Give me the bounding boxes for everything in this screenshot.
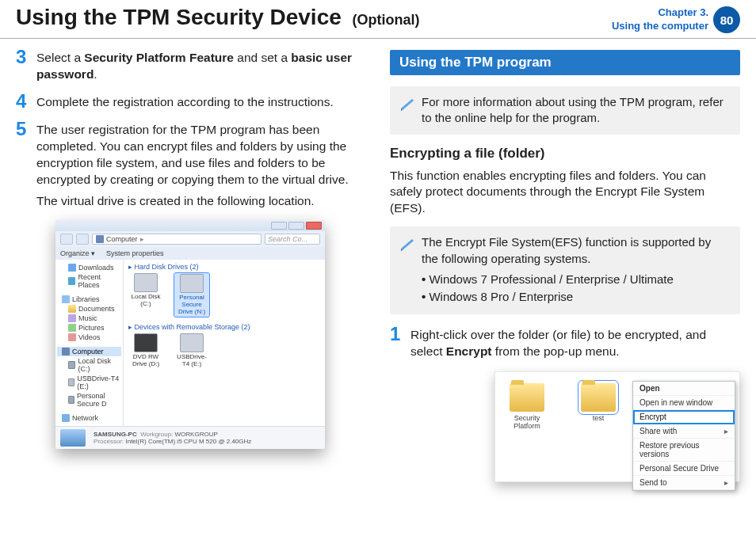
nav-pictures[interactable]: Pictures xyxy=(57,323,121,333)
content-pane: ▸ Hard Disk Drives (2) Local Disk (C:) P… xyxy=(124,260,325,426)
search-input[interactable]: Search Co... xyxy=(265,234,320,245)
step-3-text: Select a Security Platform Feature and s… xyxy=(36,50,365,83)
forward-button[interactable] xyxy=(76,234,89,245)
menu-send-to[interactable]: Send to▸ xyxy=(633,476,735,490)
menu-restore-previous[interactable]: Restore previous versions xyxy=(633,439,735,462)
nav-videos[interactable]: Videos xyxy=(57,333,121,342)
nav-documents[interactable]: Documents xyxy=(57,304,121,314)
back-button[interactable] xyxy=(60,234,73,245)
step-5-p2: The virtual drive is created in the foll… xyxy=(36,193,365,210)
libraries-icon xyxy=(62,295,70,303)
nav-recent[interactable]: Recent Places xyxy=(57,272,121,290)
hdd-icon xyxy=(68,361,75,369)
explorer-screenshot: Computer ▸ Search Co... Organize ▾ Syste… xyxy=(55,220,325,449)
toolbar: Organize ▾ System properties xyxy=(55,247,325,260)
documents-icon xyxy=(68,305,76,313)
drive-usb[interactable]: USBDrive-T4 (E:) xyxy=(174,333,209,368)
chapter-line-2: Using the computer xyxy=(612,20,708,33)
step-1-number: 1 xyxy=(390,325,403,360)
nav-libraries[interactable]: Libraries xyxy=(57,295,121,304)
menu-open-new-window[interactable]: Open in new window xyxy=(633,396,735,410)
step-4-text: Complete the registration according to t… xyxy=(36,94,365,111)
computer-thumb-icon xyxy=(60,429,86,447)
usb-drive-icon xyxy=(180,333,204,352)
note-icon xyxy=(399,236,415,252)
chevron-right-icon: ▸ xyxy=(724,427,728,435)
dvd-icon xyxy=(134,333,158,352)
folder-icon xyxy=(510,383,544,412)
toolbar-system-properties[interactable]: System properties xyxy=(106,249,164,257)
os-item-2: Windows 8 Pro / Enterprise xyxy=(422,289,731,305)
subhead-para: This function enables encrypting files a… xyxy=(390,168,740,218)
page-number-badge: 80 xyxy=(713,6,740,33)
nav-network[interactable]: Network xyxy=(57,413,121,423)
subhead-encrypting: Encrypting a file (folder) xyxy=(390,146,740,162)
pictures-icon xyxy=(68,324,76,332)
chapter-label: Chapter 3. Using the computer xyxy=(612,6,708,33)
os-item-1: Windows 7 Professional / Enterprise / Ul… xyxy=(422,272,731,287)
nav-downloads[interactable]: Downloads xyxy=(57,263,121,272)
info-note-1: For more information about using the TPM… xyxy=(390,86,740,135)
computer-icon xyxy=(96,235,104,243)
step-4: 4 Complete the registration according to… xyxy=(16,94,365,111)
section-hdd: ▸ Hard Disk Drives (2) xyxy=(128,263,320,271)
psd-drive-icon xyxy=(180,274,204,293)
status-bar: SAMSUNG-PC Workgroup: WORKGROUP Processo… xyxy=(55,426,325,449)
downloads-icon xyxy=(68,264,76,272)
drive-local-c[interactable]: Local Disk (C:) xyxy=(128,273,163,316)
usb-icon xyxy=(68,378,74,386)
toolbar-organize[interactable]: Organize ▾ xyxy=(60,249,95,257)
note-icon xyxy=(399,96,415,112)
chevron-right-icon: ▸ xyxy=(724,478,728,487)
breadcrumb[interactable]: Computer ▸ xyxy=(92,234,262,245)
step-5-number: 5 xyxy=(16,120,29,210)
drive-personal-secure[interactable]: Personal Secure Drive (N:) xyxy=(174,273,209,316)
pc-name: SAMSUNG-PC xyxy=(94,431,137,438)
info-note-2-lead: The Encrypt File System(EFS) function is… xyxy=(422,234,731,267)
title-suffix: (Optional) xyxy=(353,12,420,28)
nav-pane: Downloads Recent Places Libraries Docume… xyxy=(55,260,124,426)
step-5: 5 The user registration for the TPM prog… xyxy=(16,122,365,210)
nav-local-c[interactable]: Local Disk (C:) xyxy=(57,356,121,374)
nav-psd[interactable]: Personal Secure D xyxy=(57,391,121,409)
page-title: Using the TPM Security Device (Optional) xyxy=(16,5,612,30)
menu-open[interactable]: Open xyxy=(633,382,735,396)
step-4-number: 4 xyxy=(16,92,29,111)
videos-icon xyxy=(68,333,76,341)
step-1-text: Right-click over the folder (or file) to… xyxy=(410,327,740,360)
address-bar: Computer ▸ Search Co... xyxy=(55,231,325,247)
maximize-button[interactable] xyxy=(288,222,304,230)
window-titlebar xyxy=(55,220,325,231)
recent-icon xyxy=(68,277,75,285)
network-icon xyxy=(62,414,70,422)
nav-music[interactable]: Music xyxy=(57,314,121,323)
hdd-icon xyxy=(134,273,158,292)
chapter-line-1: Chapter 3. xyxy=(612,6,708,20)
breadcrumb-root: Computer xyxy=(106,235,138,243)
context-menu: Open Open in new window Encrypt Share wi… xyxy=(632,381,735,491)
left-column: 3 Select a Security Platform Feature and… xyxy=(16,50,365,482)
page-header: Using the TPM Security Device (Optional)… xyxy=(0,0,756,33)
nav-computer[interactable]: Computer xyxy=(57,347,121,356)
menu-encrypt[interactable]: Encrypt xyxy=(633,410,735,424)
menu-personal-secure-drive[interactable]: Personal Secure Drive xyxy=(633,462,735,476)
step-3-number: 3 xyxy=(16,48,29,83)
folder-icon xyxy=(581,383,616,412)
psd-icon xyxy=(68,396,74,404)
computer-icon xyxy=(62,348,70,355)
music-icon xyxy=(68,314,76,322)
folder-security-platform[interactable]: Security Platform xyxy=(503,383,551,481)
folder-test[interactable]: test xyxy=(575,383,622,481)
step-5-p1: The user registration for the TPM progra… xyxy=(36,122,365,188)
section-removable: ▸ Devices with Removable Storage (2) xyxy=(128,323,320,331)
close-button[interactable] xyxy=(306,222,322,230)
minimize-button[interactable] xyxy=(271,222,287,230)
title-text: Using the TPM Security Device xyxy=(16,5,342,29)
nav-usb[interactable]: USBDrive-T4 (E:) xyxy=(57,374,121,391)
step-3: 3 Select a Security Platform Feature and… xyxy=(16,50,365,83)
section-banner: Using the TPM program xyxy=(390,50,740,75)
step-1-right: 1 Right-click over the folder (or file) … xyxy=(390,327,740,360)
menu-share-with[interactable]: Share with▸ xyxy=(633,424,735,439)
drive-dvd[interactable]: DVD RW Drive (D:) xyxy=(128,333,163,368)
right-column: Using the TPM program For more informati… xyxy=(390,50,740,482)
